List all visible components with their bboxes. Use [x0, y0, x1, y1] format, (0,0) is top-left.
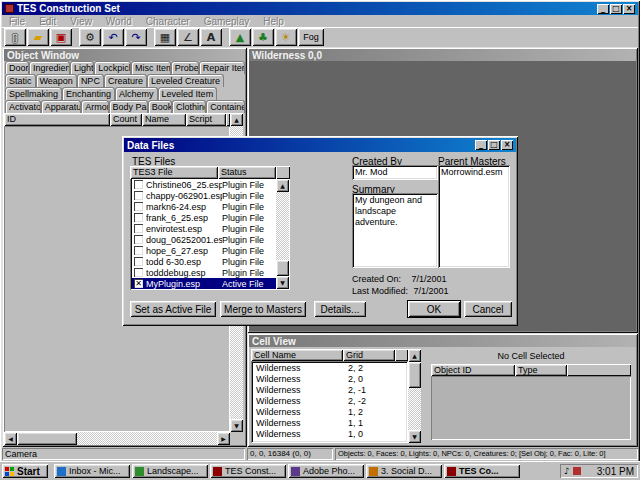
file-row[interactable]: Christine06_25.espPlugin File — [132, 179, 276, 190]
menu-item-file[interactable]: File — [2, 16, 32, 27]
cell-row[interactable]: Wilderness1, 0 — [253, 429, 406, 440]
tab-container[interactable]: Container — [206, 100, 245, 113]
cell-list-vscrollbar[interactable]: ▲ ▼ — [408, 349, 421, 443]
tab-npc[interactable]: NPC — [77, 74, 104, 87]
new-file-button[interactable]: ▯ — [4, 28, 26, 46]
open-file-button[interactable]: ▰ — [27, 28, 49, 46]
menu-item-edit[interactable]: Edit — [32, 16, 63, 27]
scroll-up-icon[interactable]: ▲ — [408, 349, 421, 362]
tab-spellmaking[interactable]: Spellmaking — [5, 87, 62, 100]
maximize-icon[interactable]: □ — [610, 4, 622, 14]
tab-body-part[interactable]: Body Part — [109, 100, 148, 113]
task-tes-co-active[interactable]: TES Co... — [444, 464, 520, 478]
summary-field[interactable]: My dungeon and landscape adventure. — [352, 193, 438, 268]
menu-item-character[interactable]: Character — [139, 16, 197, 27]
undo-button[interactable]: ↶ — [102, 28, 124, 46]
menu-item-world[interactable]: World — [99, 16, 139, 27]
column-header-id[interactable]: ID — [4, 113, 110, 126]
object-window-titlebar[interactable]: Object Window — [4, 49, 245, 61]
object-list-hscrollbar[interactable]: ◀ ▶ — [4, 432, 230, 445]
column-header-type[interactable]: Type — [515, 364, 567, 376]
fog-toggle-button[interactable]: Fog — [298, 28, 324, 46]
column-header-cell-name[interactable]: Cell Name — [251, 349, 343, 361]
tab-creature[interactable]: Creature — [104, 74, 147, 87]
file-checkbox[interactable]: ✕ — [134, 279, 143, 288]
vscroll-thumb[interactable] — [408, 362, 421, 388]
column-header-name[interactable]: Name — [142, 113, 186, 126]
tab-repair-item[interactable]: Repair Item — [199, 61, 245, 74]
file-checkbox[interactable] — [134, 257, 143, 266]
angle-snap-button[interactable]: ∠ — [177, 28, 199, 46]
light-toggle-button[interactable]: ☀ — [275, 28, 297, 46]
file-checkbox[interactable] — [134, 235, 143, 244]
tab-misc-item[interactable]: Misc Item — [131, 61, 171, 74]
menu-item-help[interactable]: Help — [256, 16, 291, 27]
task-landscape[interactable]: Landscape... — [132, 464, 208, 478]
maximize-icon[interactable]: □ — [488, 140, 500, 150]
file-row[interactable]: envirotest.espPlugin File — [132, 223, 276, 234]
cell-object-list[interactable] — [431, 376, 631, 440]
redo-button[interactable]: ↷ — [125, 28, 147, 46]
scroll-right-icon[interactable]: ▶ — [217, 432, 230, 445]
tab-clothing[interactable]: Clothing — [172, 100, 206, 113]
file-checkbox[interactable] — [134, 202, 143, 211]
close-icon[interactable]: × — [501, 140, 513, 150]
task-inbox[interactable]: Inbox - Mic... — [54, 464, 130, 478]
details-button[interactable]: Details... — [314, 301, 366, 317]
parent-masters-list[interactable]: Morrowind.esm — [438, 165, 510, 268]
tab-leveled-creature[interactable]: Leveled Creature — [147, 74, 224, 87]
tab-enchanting[interactable]: Enchanting — [62, 87, 115, 100]
file-checkbox[interactable] — [134, 246, 143, 255]
file-row[interactable]: frank_6_25.espPlugin File — [132, 212, 276, 223]
scroll-left-icon[interactable]: ◀ — [4, 432, 17, 445]
landscape-edit-button[interactable]: ▲ — [229, 28, 251, 46]
cell-row[interactable]: Wilderness2, 0 — [253, 374, 406, 385]
minimize-icon[interactable]: _ — [475, 140, 487, 150]
task-adobe-photoshop[interactable]: Adobe Pho... — [288, 464, 364, 478]
tab-lockpick[interactable]: Lockpick — [94, 61, 131, 74]
tab-apparatus[interactable]: Apparatus — [41, 100, 81, 113]
column-header-status[interactable]: Status — [218, 166, 276, 179]
merge-to-masters-button[interactable]: Merge to Masters — [220, 301, 306, 317]
cell-row[interactable]: Wilderness1, 2 — [253, 407, 406, 418]
vertex-paint-button[interactable]: ♣ — [252, 28, 274, 46]
column-header-object-id[interactable]: Object ID — [431, 364, 515, 376]
close-icon[interactable]: × — [623, 4, 635, 14]
marker-button[interactable]: A — [200, 28, 222, 46]
file-checkbox[interactable] — [134, 213, 143, 222]
file-checkbox[interactable] — [134, 191, 143, 200]
tab-ingredient[interactable]: Ingredient — [29, 61, 70, 74]
file-checkbox[interactable] — [134, 224, 143, 233]
file-row[interactable]: todd 6-30.espPlugin File — [132, 256, 276, 267]
column-header-script[interactable]: Script — [186, 113, 226, 126]
cell-row[interactable]: Wilderness2, -2 — [253, 396, 406, 407]
file-row[interactable]: hope_6_27.espPlugin File — [132, 245, 276, 256]
scroll-down-icon[interactable]: ▼ — [230, 419, 243, 432]
menu-item-gameplay[interactable]: Gameplay — [197, 16, 257, 27]
created-by-field[interactable]: Mr. Mod — [352, 165, 438, 180]
ok-button[interactable]: OK — [408, 301, 460, 317]
scroll-up-icon[interactable]: ▲ — [276, 179, 289, 192]
file-row[interactable]: chappy-062901.espPlugin File — [132, 190, 276, 201]
menu-item-view[interactable]: View — [63, 16, 99, 27]
file-row[interactable]: todddebug.espPlugin File — [132, 267, 276, 278]
cell-row[interactable]: Wilderness1, 1 — [253, 418, 406, 429]
tab-armor[interactable]: Armor — [81, 100, 108, 113]
cell-list[interactable]: Wilderness2, 2 Wilderness2, 0 Wilderness… — [251, 361, 408, 443]
column-header-count[interactable]: Count — [110, 113, 142, 126]
minimize-icon[interactable]: _ — [597, 4, 609, 14]
file-row[interactable]: markn6-24.espPlugin File — [132, 201, 276, 212]
tab-book[interactable]: Book — [148, 100, 172, 113]
set-active-file-button[interactable]: Set as Active File — [130, 301, 216, 317]
volume-icon[interactable]: ♪ — [564, 466, 570, 476]
tab-door[interactable]: Door — [5, 61, 29, 74]
file-list-vscrollbar[interactable]: ▲ ▼ — [276, 179, 289, 289]
cell-row[interactable]: Wilderness2, 2 — [253, 363, 406, 374]
column-header-grid[interactable]: Grid — [343, 349, 395, 361]
cancel-button[interactable]: Cancel — [464, 301, 512, 317]
dialog-titlebar[interactable]: Data Files _ □ × — [124, 138, 516, 152]
file-row[interactable]: doug_06252001.espPlugin File — [132, 234, 276, 245]
render-window-titlebar[interactable]: Wilderness 0,0 — [249, 49, 636, 61]
start-button[interactable]: Start — [2, 464, 48, 478]
file-row-selected[interactable]: ✕MyPlugin.espActive File — [132, 278, 276, 289]
